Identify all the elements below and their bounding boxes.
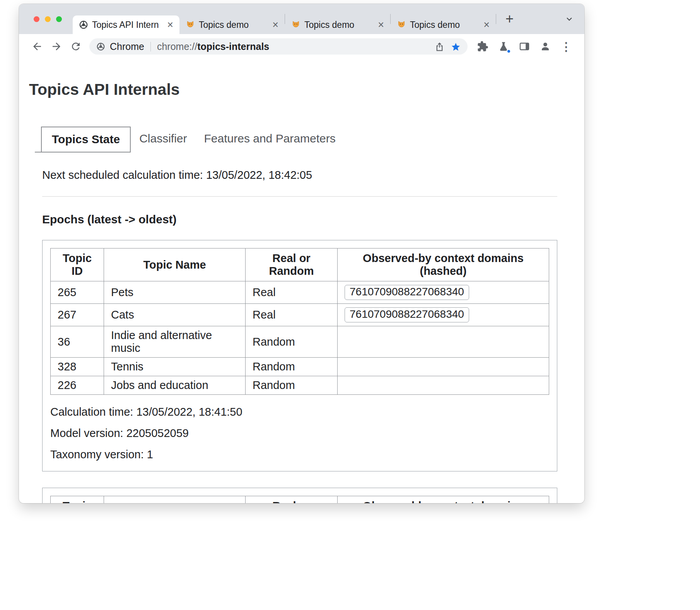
url-scheme: chrome://: [157, 41, 197, 52]
real-or-random-cell: Real: [246, 281, 338, 304]
column-header: Observed-by context domains (hashed): [338, 496, 549, 503]
next-calculation-time: Next scheduled calculation time: 13/05/2…: [42, 169, 557, 182]
tab-title: Topics demo: [199, 20, 266, 30]
table-header-row: Topic IDTopic NameReal or RandomObserved…: [51, 496, 549, 503]
tab-row-edge: [35, 127, 41, 152]
observed-domains-cell: [338, 358, 549, 376]
tab-divider: [496, 14, 496, 24]
browser-tab-topics-demo-2[interactable]: Topics demo ×: [285, 15, 390, 34]
close-tab-icon[interactable]: ×: [165, 20, 176, 30]
column-header: Topic ID: [51, 248, 104, 281]
table-row: 267CatsReal7610709088227068340: [51, 304, 549, 326]
new-tab-button[interactable]: +: [502, 11, 517, 27]
omnibox-divider: [150, 42, 151, 51]
tab-strip: Topics API Intern × Topics demo × Topics…: [19, 4, 584, 34]
column-header: Topic Name: [104, 496, 246, 503]
table-row: 328TennisRandom: [51, 358, 549, 376]
zoom-window-button[interactable]: [56, 16, 62, 22]
observed-domains-cell: 7610709088227068340: [338, 281, 549, 304]
topics-state-panel: Next scheduled calculation time: 13/05/2…: [29, 169, 557, 503]
browser-toolbar: Chrome chrome://topics-internals: [19, 34, 584, 59]
chrome-logo-icon: [96, 42, 105, 51]
domain-hash-box[interactable]: 7610709088227068340: [345, 307, 469, 322]
browser-tab-topics-demo-1[interactable]: Topics demo ×: [179, 15, 285, 34]
page-title: Topics API Internals: [29, 81, 557, 99]
real-or-random-cell: Real: [246, 304, 338, 326]
experiments-flask-icon[interactable]: [495, 38, 512, 55]
close-tab-icon[interactable]: ×: [481, 20, 492, 30]
topic-id-cell: 328: [51, 358, 104, 376]
page-content: Topics API Internals Topics State Classi…: [19, 81, 584, 503]
extensions-puzzle-icon[interactable]: [474, 38, 492, 55]
divider: [42, 196, 557, 197]
tab-title: Topics API Intern: [92, 20, 161, 30]
column-header: Real or Random: [246, 496, 338, 503]
topic-id-cell: 36: [51, 326, 104, 358]
browser-window: Topics API Intern × Topics demo × Topics…: [19, 4, 584, 503]
topic-name-cell: Cats: [104, 304, 246, 326]
column-header: Real or Random: [246, 248, 338, 281]
tab-features-and-parameters[interactable]: Features and Parameters: [196, 127, 344, 152]
address-bar[interactable]: Chrome chrome://topics-internals: [89, 38, 468, 55]
real-or-random-cell: Random: [246, 358, 338, 376]
close-tab-icon[interactable]: ×: [270, 20, 281, 30]
real-or-random-cell: Random: [246, 376, 338, 395]
epoch-box-latest: Topic IDTopic NameReal or RandomObserved…: [42, 240, 557, 471]
page-tabs: Topics State Classifier Features and Par…: [35, 127, 557, 152]
table-row: 265PetsReal7610709088227068340: [51, 281, 549, 304]
topic-id-cell: 267: [51, 304, 104, 326]
column-header: Topic Name: [104, 248, 246, 281]
cat-icon: [397, 20, 406, 29]
topic-id-cell: 226: [51, 376, 104, 395]
profile-avatar-icon[interactable]: [536, 38, 554, 55]
bookmark-star-icon[interactable]: [447, 38, 464, 55]
topic-name-cell: Indie and alternative music: [104, 326, 246, 358]
epochs-heading: Epochs (latest -> oldest): [42, 213, 557, 226]
chrome-logo-icon: [79, 20, 88, 29]
tab-topics-state[interactable]: Topics State: [41, 127, 131, 152]
back-icon[interactable]: [28, 38, 46, 55]
forward-icon[interactable]: [48, 38, 65, 55]
reload-icon[interactable]: [67, 38, 85, 55]
topics-table: Topic IDTopic NameReal or RandomObserved…: [50, 248, 549, 395]
url-text[interactable]: chrome://topics-internals: [157, 41, 269, 52]
column-header: Topic ID: [51, 496, 104, 503]
table-header-row: Topic IDTopic NameReal or RandomObserved…: [51, 248, 549, 281]
taxonomy-version: Taxonomy version: 1: [50, 448, 549, 461]
domain-hash-box[interactable]: 7610709088227068340: [345, 285, 469, 300]
cat-icon: [186, 20, 195, 29]
topic-name-cell: Jobs and education: [104, 376, 246, 395]
menu-dots-icon[interactable]: ⋮: [557, 38, 575, 55]
notification-dot: [507, 49, 511, 53]
calculation-time: Calculation time: 13/05/2022, 18:41:50: [50, 406, 549, 418]
table-row: 36Indie and alternative musicRandom: [51, 326, 549, 358]
cat-icon: [291, 20, 300, 29]
screenshot-stage: Topics API Intern × Topics demo × Topics…: [0, 0, 700, 610]
column-header: Observed-by context domains (hashed): [338, 248, 549, 281]
topic-name-cell: Tennis: [104, 358, 246, 376]
epoch-metadata: Calculation time: 13/05/2022, 18:41:50 M…: [50, 406, 549, 461]
tab-title: Topics demo: [304, 20, 372, 30]
url-host: topics-internals: [197, 41, 269, 52]
share-icon[interactable]: [431, 38, 447, 55]
site-label: Chrome: [110, 41, 144, 52]
minimize-window-button[interactable]: [45, 16, 51, 22]
observed-domains-cell: [338, 376, 549, 395]
epoch-box-older: Topic IDTopic NameReal or RandomObserved…: [42, 488, 557, 503]
observed-domains-cell: [338, 326, 549, 358]
toolbar-icons: ⋮: [474, 38, 575, 55]
tab-title: Topics demo: [410, 20, 477, 30]
topic-name-cell: Pets: [104, 281, 246, 304]
browser-tab-topics-internals[interactable]: Topics API Intern ×: [73, 15, 179, 34]
side-panel-icon[interactable]: [516, 38, 533, 55]
real-or-random-cell: Random: [246, 326, 338, 358]
close-tab-icon[interactable]: ×: [376, 20, 386, 30]
tab-classifier[interactable]: Classifier: [131, 127, 195, 152]
tab-search-chevron-icon[interactable]: [564, 14, 574, 24]
close-window-button[interactable]: [34, 16, 39, 22]
browser-tab-topics-demo-3[interactable]: Topics demo ×: [391, 15, 496, 34]
window-controls: [19, 16, 73, 22]
observed-domains-cell: 7610709088227068340: [338, 304, 549, 326]
table-row: 226Jobs and educationRandom: [51, 376, 549, 395]
topic-id-cell: 265: [51, 281, 104, 304]
